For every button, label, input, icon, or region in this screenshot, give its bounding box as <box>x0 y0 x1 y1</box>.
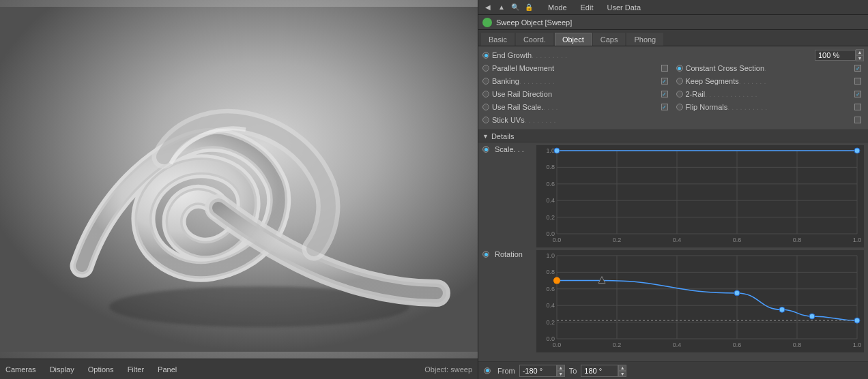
properties-panel: End Growth . . . . . . . . . 100 % ▲ ▼ P <box>478 46 868 130</box>
cb-flip-normals[interactable] <box>854 104 861 110</box>
rotation-chart-row: Rotation <box>482 250 864 352</box>
label-scale: Scale. . . <box>495 145 524 153</box>
details-arrow-icon: ▼ <box>482 133 489 140</box>
scale-label-area: Scale. . . <box>482 145 534 153</box>
cb-2rail[interactable] <box>854 91 861 97</box>
input-end-growth[interactable]: 100 % <box>815 50 856 61</box>
input-from[interactable]: -180 ° <box>519 365 557 377</box>
viewport-3d <box>0 0 478 359</box>
radio-flip-normals[interactable] <box>676 104 683 110</box>
tab-coord[interactable]: Coord. <box>516 33 553 46</box>
label-constant: Constant Cross Section <box>686 64 765 72</box>
radio-use-rail-dir[interactable] <box>482 91 489 97</box>
label-parallel: Parallel Movement <box>492 64 554 72</box>
prop-col-use-rail-scale: Use Rail Scale. . . . . <box>482 103 671 111</box>
cb-use-rail-dir[interactable] <box>661 91 668 97</box>
from-to-bar: From -180 ° ▲ ▼ To 180 ° ▲ ▼ <box>478 361 868 379</box>
object-icon <box>482 18 492 27</box>
label-banking: Banking <box>492 77 519 85</box>
dots-keep-segments: . . . . . . . <box>739 77 854 85</box>
label-use-rail-dir: Use Rail Direction <box>492 90 552 98</box>
cb-parallel[interactable] <box>661 65 668 72</box>
bottom-panel[interactable]: Panel <box>158 365 177 374</box>
rotation-graph[interactable] <box>536 250 864 352</box>
details-header[interactable]: ▼ Details <box>478 130 868 142</box>
radio-scale[interactable] <box>482 146 489 153</box>
spinner-to-down[interactable]: ▼ <box>618 371 626 377</box>
scale-graph[interactable] <box>536 145 864 247</box>
prop-row-stick-uvs: Stick UVs . . . . . . . . <box>482 114 864 126</box>
label-keep-segments: Keep Segments <box>686 77 739 85</box>
bottom-filter[interactable]: Filter <box>128 365 144 374</box>
cb-stick-uvs[interactable] <box>854 117 861 123</box>
prop-row-parallel: Parallel Movement Constant Cross Section… <box>482 62 864 74</box>
radio-banking[interactable] <box>482 78 489 85</box>
main-container: Cameras Display Options Filter Panel Obj… <box>0 0 868 379</box>
cb-banking[interactable] <box>661 78 668 85</box>
radio-parallel[interactable] <box>482 65 489 72</box>
radio-stick-uvs[interactable] <box>482 117 489 123</box>
cb-constant[interactable] <box>854 65 861 72</box>
prop-row-banking: Banking . . . . . . . . . Keep Segments … <box>482 75 864 87</box>
tab-object[interactable]: Object <box>555 33 592 46</box>
prop-col-2rail: 2-Rail . . . . . . . . . . . . . <box>676 90 865 98</box>
prop-row-use-rail-scale: Use Rail Scale. . . . . Flip Normals . .… <box>482 101 864 113</box>
cb-keep-segments[interactable] <box>854 78 861 85</box>
prop-col-constant: Constant Cross Section . <box>676 64 865 72</box>
charts-area: Scale. . . Rotation <box>478 142 868 361</box>
viewport-bottom-bar: Cameras Display Options Filter Panel Obj… <box>0 359 478 379</box>
dots-2rail: . . . . . . . . . . . . . <box>705 90 854 98</box>
menu-bar: ◀ ▲ 🔍 🔒 Mode Edit User Data <box>478 0 868 15</box>
tab-basic[interactable]: Basic <box>481 33 515 46</box>
dots-end-growth: . . . . . . . . . <box>532 51 815 59</box>
radio-end-growth[interactable] <box>482 52 489 59</box>
label-from: From <box>497 367 515 375</box>
prop-col-use-rail-dir: Use Rail Direction <box>482 90 671 98</box>
bottom-cameras[interactable]: Cameras <box>5 365 36 374</box>
prop-col-flip-normals: Flip Normals . . . . . . . . . . <box>676 103 865 111</box>
dots-banking: . . . . . . . . . <box>519 77 661 85</box>
prop-col-keep-segments: Keep Segments . . . . . . . <box>676 77 865 85</box>
lock-icon[interactable]: 🔒 <box>523 2 534 13</box>
label-to: To <box>569 367 577 375</box>
search-icon[interactable]: 🔍 <box>510 2 521 13</box>
radio-keep-segments[interactable] <box>676 78 683 85</box>
tab-caps[interactable]: Caps <box>593 33 626 46</box>
cb-use-rail-scale[interactable] <box>661 104 668 110</box>
radio-rotation[interactable] <box>482 251 489 258</box>
arrow-up-icon[interactable]: ▲ <box>496 2 507 13</box>
spinner-from-up[interactable]: ▲ <box>557 365 565 371</box>
radio-from-to[interactable] <box>484 367 491 374</box>
dots-stick-uvs: . . . . . . . . <box>525 116 854 124</box>
label-flip-normals: Flip Normals <box>686 103 728 111</box>
dots-use-rail-scale: . . . . <box>543 103 661 111</box>
label-2rail: 2-Rail <box>686 90 706 98</box>
radio-constant[interactable] <box>676 65 683 72</box>
spinner-down-end-growth[interactable]: ▼ <box>856 55 864 61</box>
label-stick-uvs: Stick UVs <box>492 116 525 124</box>
bottom-options[interactable]: Options <box>88 365 114 374</box>
rotation-canvas[interactable] <box>536 250 864 352</box>
spinner-from-down[interactable]: ▼ <box>557 371 565 377</box>
spinner-up-end-growth[interactable]: ▲ <box>856 49 864 55</box>
scale-chart-row: Scale. . . <box>482 145 864 247</box>
menu-edit[interactable]: Edit <box>578 2 596 13</box>
menu-bar-icons: ◀ ▲ 🔍 🔒 <box>482 2 534 13</box>
label-end-growth: End Growth <box>492 51 532 59</box>
input-to[interactable]: 180 ° <box>581 365 618 377</box>
label-use-rail-scale: Use Rail Scale. <box>492 103 543 111</box>
dots-constant: . <box>764 64 854 72</box>
bottom-display[interactable]: Display <box>50 365 74 374</box>
tab-phong[interactable]: Phong <box>626 33 663 46</box>
label-rotation: Rotation <box>495 250 523 258</box>
arrow-left-icon[interactable]: ◀ <box>482 2 493 13</box>
scale-canvas[interactable] <box>536 145 864 247</box>
right-panel: ◀ ▲ 🔍 🔒 Mode Edit User Data Sweep Object… <box>478 0 868 379</box>
radio-use-rail-scale[interactable] <box>482 104 489 110</box>
menu-user-data[interactable]: User Data <box>605 2 644 13</box>
viewport[interactable]: Cameras Display Options Filter Panel Obj… <box>0 0 478 379</box>
menu-mode[interactable]: Mode <box>545 2 570 13</box>
radio-2rail[interactable] <box>676 91 683 97</box>
spinner-to-up[interactable]: ▲ <box>618 365 626 371</box>
details-title: Details <box>491 132 515 140</box>
